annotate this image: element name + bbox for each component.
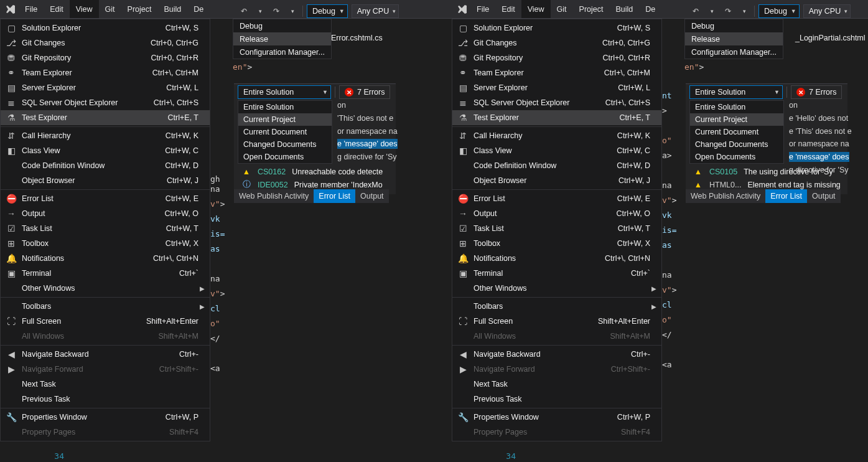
config-option[interactable]: Configuration Manager... [685,45,783,59]
view-menu-item[interactable]: Other Windows▶ [452,281,661,296]
view-menu-item[interactable]: ⊞ToolboxCtrl+W, X [1,236,210,251]
view-menu-item[interactable]: Object BrowserCtrl+W, J [452,173,661,188]
menu-build[interactable]: Build [157,0,187,18]
config-option[interactable]: Release [233,32,331,45]
solution-platform-combo[interactable]: Any CPU ▾ [803,4,851,18]
menu-debug-truncated[interactable]: De [639,0,661,18]
view-menu-item[interactable]: ▣TerminalCtrl+` [1,266,210,281]
menu-view[interactable]: View [521,0,551,18]
config-option[interactable]: Configuration Manager... [233,45,331,59]
view-menu-item[interactable]: 🔧Properties WindowCtrl+W, P [1,410,210,425]
view-menu-item[interactable]: ≣SQL Server Object ExplorerCtrl+\, Ctrl+… [1,95,210,110]
tab-web-publish[interactable]: Web Publish Activity [234,189,314,203]
menu-build[interactable]: Build [609,0,639,18]
scope-option[interactable]: Changed Documents [690,138,783,151]
view-menu-item[interactable]: ◀Navigate BackwardCtrl+- [452,347,661,362]
tab-error-list[interactable]: Error List [765,189,807,203]
view-menu-item[interactable]: ⚗Test ExplorerCtrl+E, T [1,110,210,125]
tab-output[interactable]: Output [355,189,389,203]
undo-split-icon[interactable]: ▾ [706,5,718,17]
menu-debug-truncated[interactable]: De [187,0,210,18]
config-option[interactable]: Debug [685,19,783,32]
editor-tab[interactable]: Error.cshtml.cs [331,34,383,42]
solution-config-combo[interactable]: Debug ▼ [758,4,800,18]
menu-edit[interactable]: Edit [44,0,70,18]
view-menu-item[interactable]: Previous Task [1,392,210,407]
view-menu-item[interactable]: 🔔NotificationsCtrl+\, Ctrl+N [1,251,210,266]
view-menu-item[interactable]: ☑Task ListCtrl+W, T [452,221,661,236]
view-menu-item[interactable]: ◧Class ViewCtrl+W, C [452,143,661,158]
undo-icon[interactable]: ↶ [238,5,250,17]
menu-project[interactable]: Project [573,0,610,18]
view-menu-item[interactable]: Next Task [1,377,210,392]
tab-web-publish[interactable]: Web Publish Activity [686,189,765,203]
tab-error-list[interactable]: Error List [314,189,355,203]
scope-option[interactable]: Current Document [690,126,783,138]
scope-option[interactable]: Entire Solution [690,101,783,113]
view-menu-item[interactable]: ⚗Test ExplorerCtrl+E, T [452,110,661,125]
view-menu-item[interactable]: 🔔NotificationsCtrl+\, Ctrl+N [452,251,661,266]
menu-file[interactable]: File [470,0,495,18]
solution-platform-combo[interactable]: Any CPU ▾ [352,4,399,18]
view-menu-item[interactable]: ▢Solution ExplorerCtrl+W, S [452,21,661,35]
view-menu-item[interactable]: Object BrowserCtrl+W, J [1,173,210,188]
view-menu-item[interactable]: ☑Task ListCtrl+W, T [1,221,210,236]
view-menu-item[interactable]: ▤Server ExplorerCtrl+W, L [452,80,661,95]
scope-option[interactable]: Open Documents [238,151,332,163]
view-menu-item[interactable]: Next Task [452,377,661,392]
error-row[interactable]: ▲ CS0162 Unreachable code detecte [234,165,396,178]
error-scope-combo[interactable]: Entire Solution ▼ [238,85,331,99]
redo-split-icon[interactable]: ▾ [738,5,750,17]
view-menu-item[interactable]: ⚭Team ExplorerCtrl+\, Ctrl+M [1,65,210,80]
view-menu-item[interactable]: Code Definition WindowCtrl+W, D [452,158,661,173]
view-menu-item[interactable]: ⚭Team ExplorerCtrl+\, Ctrl+M [452,65,661,80]
menu-git[interactable]: Git [99,0,121,18]
view-menu-item[interactable]: ⛔Error ListCtrl+W, E [1,191,210,206]
view-menu-item[interactable]: ⇵Call HierarchyCtrl+W, K [1,128,210,143]
scope-option[interactable]: Entire Solution [238,101,332,113]
view-menu-item[interactable]: Toolbars▶ [1,299,210,314]
view-menu-item[interactable]: ▣TerminalCtrl+` [452,266,661,281]
undo-split-icon[interactable]: ▾ [254,5,266,17]
menu-file[interactable]: File [19,0,44,18]
view-menu-item[interactable]: ⛔Error ListCtrl+W, E [452,191,661,206]
error-count-badge[interactable]: ✕ 7 Errors [791,85,842,99]
view-menu-item[interactable]: ⇵Call HierarchyCtrl+W, K [452,128,661,143]
undo-icon[interactable]: ↶ [689,5,702,17]
redo-icon[interactable]: ↷ [722,5,734,17]
view-menu-item[interactable]: Previous Task [452,392,661,407]
menu-project[interactable]: Project [121,0,158,18]
view-menu-item[interactable]: ▢Solution ExplorerCtrl+W, S [1,21,210,35]
view-menu-item[interactable]: ≣SQL Server Object ExplorerCtrl+\, Ctrl+… [452,95,661,110]
view-menu-item[interactable]: ⎇Git ChangesCtrl+0, Ctrl+G [1,35,210,50]
error-count-badge[interactable]: ✕ 7 Errors [339,85,390,99]
view-menu-item[interactable]: ⎇Git ChangesCtrl+0, Ctrl+G [452,35,661,50]
redo-icon[interactable]: ↷ [270,5,282,17]
scope-option[interactable]: Current Project [690,113,783,126]
scope-option[interactable]: Open Documents [690,151,783,163]
scope-option[interactable]: Current Project [238,113,332,126]
solution-config-combo[interactable]: Debug ▼ [307,4,348,18]
view-menu-item[interactable]: ⛃Git RepositoryCtrl+0, Ctrl+R [452,50,661,65]
view-menu-item[interactable]: ▤Server ExplorerCtrl+W, L [1,80,210,95]
view-menu-item[interactable]: ◀Navigate BackwardCtrl+- [1,347,210,362]
view-menu-item[interactable]: Toolbars▶ [452,299,661,314]
view-menu-item[interactable]: →OutputCtrl+W, O [1,206,210,221]
config-option[interactable]: Debug [233,19,331,32]
redo-split-icon[interactable]: ▾ [286,5,299,17]
view-menu-item[interactable]: ◧Class ViewCtrl+W, C [1,143,210,158]
view-menu-item[interactable]: Other Windows▶ [1,281,210,296]
view-menu-item[interactable]: ⊞ToolboxCtrl+W, X [452,236,661,251]
config-option[interactable]: Release [685,32,783,45]
tab-output[interactable]: Output [807,189,841,203]
menu-view[interactable]: View [70,0,99,18]
view-menu-item[interactable]: 🔧Properties WindowCtrl+W, P [452,410,661,425]
menu-git[interactable]: Git [551,0,573,18]
scope-option[interactable]: Current Document [238,126,332,138]
editor-tab[interactable]: _LoginPartial.cshtml [795,34,866,42]
view-menu-item[interactable]: Code Definition WindowCtrl+W, D [1,158,210,173]
error-scope-combo[interactable]: Entire Solution ▼ [689,85,783,99]
menu-edit[interactable]: Edit [495,0,521,18]
view-menu-item[interactable]: ⛶Full ScreenShift+Alt+Enter [452,314,661,329]
scope-option[interactable]: Changed Documents [238,138,332,151]
